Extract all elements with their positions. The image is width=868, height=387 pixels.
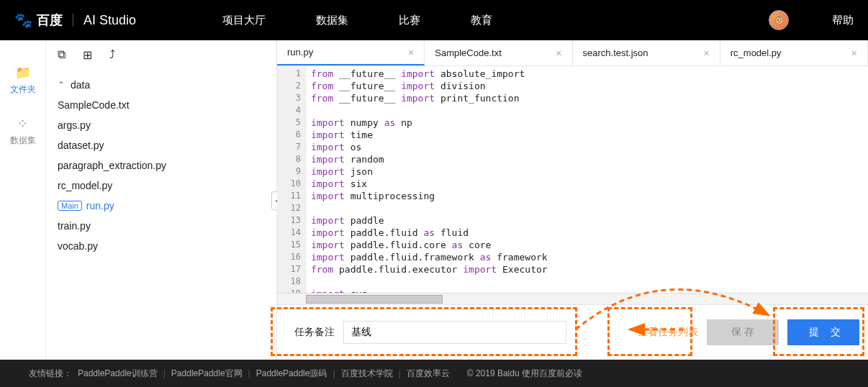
rail-datasets[interactable]: ⁘ 数据集 — [0, 106, 45, 157]
task-note-input[interactable] — [343, 321, 566, 344]
file-toolbar: ⧉ ⊞ ⤴ — [46, 40, 276, 69]
folder-icon: 📁 — [0, 65, 45, 81]
editor-tabs: run.py×SampleCode.txt×search.test.json×r… — [277, 40, 868, 66]
view-task-list-link[interactable]: 查看任务列表 — [638, 326, 698, 339]
rail-files-label: 文件夹 — [0, 83, 45, 96]
brand-divider — [73, 14, 73, 27]
scrollbar-thumb[interactable] — [306, 295, 443, 304]
footer: 友情链接： PaddlePaddle训练营|PaddlePaddle官网|Pad… — [0, 360, 868, 387]
save-button[interactable]: 保 存 — [707, 319, 779, 345]
footer-prefix: 友情链接： — [29, 368, 72, 380]
new-file-icon[interactable]: ⧉ — [58, 48, 65, 61]
paw-icon: 🐾 — [14, 12, 32, 29]
file-row[interactable]: vocab.py — [56, 236, 266, 256]
footer-link[interactable]: PaddlePaddle源码 — [256, 368, 327, 378]
upload-icon[interactable]: ⤴ — [109, 48, 115, 61]
file-row[interactable]: paragraph_extraction.py — [56, 155, 266, 176]
nav-item[interactable]: 教育 — [471, 14, 492, 27]
footer-link[interactable]: PaddlePaddle训练营 — [78, 368, 158, 378]
editor-tab[interactable]: SampleCode.txt× — [425, 40, 572, 65]
footer-copyright: © 2019 Baidu 使用百度前必读 — [467, 368, 582, 380]
close-icon[interactable]: × — [408, 47, 414, 58]
footer-link[interactable]: 百度技术学院 — [341, 368, 393, 378]
horizontal-scrollbar[interactable] — [277, 293, 868, 304]
help-link[interactable]: 帮助 — [832, 14, 854, 27]
file-row[interactable]: rc_model.py — [56, 176, 266, 196]
tab-label: run.py — [287, 47, 313, 58]
left-rail: 📁 文件夹 ⁘ 数据集 — [0, 40, 46, 360]
nav-item[interactable]: 数据集 — [316, 14, 348, 27]
submit-button[interactable]: 提 交 — [787, 319, 859, 345]
file-tree: data SampleCode.txt args.py dataset.py p… — [46, 69, 276, 262]
submit-bar: 任务备注 查看任务列表 保 存 提 交 — [277, 304, 868, 360]
file-row[interactable]: train.py — [56, 216, 266, 236]
nav-item[interactable]: 比赛 — [399, 14, 420, 27]
nav-item[interactable]: 项目大厅 — [222, 14, 266, 27]
editor-tab[interactable]: search.test.json× — [573, 40, 720, 65]
editor-tab[interactable]: run.py× — [277, 40, 425, 65]
folder-row[interactable]: data — [56, 75, 266, 95]
file-row[interactable]: Main run.py — [56, 196, 266, 216]
line-gutter: 1234567891011121314151617181920 ▾2122232… — [277, 66, 307, 293]
close-icon[interactable]: × — [556, 47, 561, 59]
tab-label: SampleCode.txt — [435, 47, 502, 58]
logo[interactable]: 🐾 百度 AI Studio — [14, 12, 136, 29]
main-badge: Main — [58, 201, 82, 211]
file-row[interactable]: SampleCode.txt — [56, 95, 266, 115]
editor: ◂ run.py×SampleCode.txt×search.test.json… — [276, 40, 868, 360]
file-row[interactable]: args.py — [56, 115, 266, 135]
file-row[interactable]: dataset.py — [56, 135, 266, 155]
tab-label: search.test.json — [583, 47, 648, 58]
close-icon[interactable]: × — [704, 47, 710, 59]
top-navbar: 🐾 百度 AI Studio 项目大厅 数据集 比赛 教育 🐵 帮助 — [0, 0, 868, 40]
task-note-label: 任务备注 — [294, 326, 335, 339]
file-explorer: ⧉ ⊞ ⤴ data SampleCode.txt args.py datase… — [46, 40, 276, 360]
main-nav: 项目大厅 数据集 比赛 教育 — [222, 14, 492, 27]
code-area[interactable]: 1234567891011121314151617181920 ▾2122232… — [277, 66, 868, 293]
dataset-icon: ⁘ — [0, 116, 45, 132]
brand-en-text: AI Studio — [83, 13, 136, 28]
footer-link[interactable]: PaddlePaddle官网 — [171, 368, 243, 378]
avatar[interactable]: 🐵 — [769, 10, 789, 30]
right-nav: 🐵 帮助 — [769, 10, 854, 30]
new-folder-icon[interactable]: ⊞ — [83, 48, 92, 62]
brand-cn-text: 百度 — [37, 12, 63, 29]
rail-files[interactable]: 📁 文件夹 — [0, 55, 45, 106]
editor-tab[interactable]: rc_model.py× — [720, 40, 868, 65]
tab-label: rc_model.py — [731, 47, 782, 58]
footer-link[interactable]: 百度效率云 — [407, 368, 450, 378]
rail-datasets-label: 数据集 — [0, 135, 45, 147]
code-body[interactable]: from __future__ import absolute_import f… — [307, 66, 868, 293]
close-icon[interactable]: × — [851, 47, 857, 59]
